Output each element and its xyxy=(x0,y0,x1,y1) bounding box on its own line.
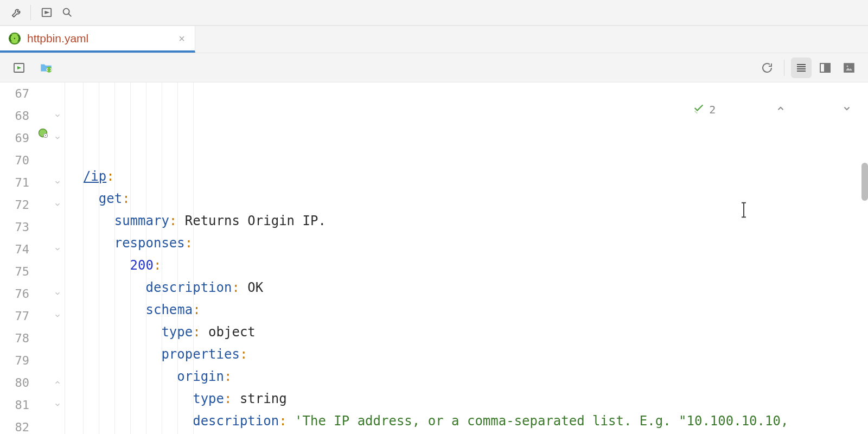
next-problem-icon[interactable] xyxy=(790,90,852,129)
code-line[interactable]: description: 'The IP address, or a comma… xyxy=(67,410,868,432)
main-toolbar xyxy=(0,0,868,26)
line-number: 67 xyxy=(0,82,29,105)
line-number: 73 xyxy=(0,216,29,238)
editor-tabs: {·} httpbin.yaml × xyxy=(0,26,868,53)
view-side-icon[interactable] xyxy=(815,58,835,78)
line-number-gutter: 67686970717273747576777879808182 xyxy=(0,82,35,434)
view-source-icon[interactable] xyxy=(791,58,812,78)
view-preview-icon[interactable] xyxy=(839,58,859,78)
line-number: 76 xyxy=(0,283,29,305)
code-line[interactable]: properties: xyxy=(67,343,868,366)
fold-toggle-icon[interactable] xyxy=(53,245,62,253)
line-number: 81 xyxy=(0,394,29,416)
wrench-icon[interactable] xyxy=(8,3,26,22)
svg-point-7 xyxy=(847,65,848,67)
swagger-file-icon: {·} xyxy=(9,33,21,44)
line-number: 79 xyxy=(0,349,29,372)
svg-rect-5 xyxy=(826,63,830,72)
code-line[interactable]: type: string xyxy=(67,388,868,410)
tab-label: httpbin.yaml xyxy=(27,32,88,45)
fold-gutter xyxy=(51,82,65,434)
code-editor[interactable]: 67686970717273747576777879808182 2 /ip: … xyxy=(0,82,868,434)
line-number: 80 xyxy=(0,372,29,394)
line-number: 82 xyxy=(0,416,29,434)
run-icon[interactable] xyxy=(9,58,29,78)
close-icon[interactable]: × xyxy=(178,33,185,44)
line-number: 75 xyxy=(0,260,29,283)
code-line[interactable] xyxy=(67,143,868,165)
svg-rect-6 xyxy=(844,63,854,72)
folder-swagger-icon[interactable] xyxy=(36,58,56,78)
line-number: 71 xyxy=(0,171,29,194)
line-number: 78 xyxy=(0,327,29,349)
toolbar-separator xyxy=(30,5,31,20)
line-number: 77 xyxy=(0,305,29,327)
fold-toggle-icon[interactable] xyxy=(53,133,62,142)
check-icon xyxy=(641,89,705,130)
prev-problem-icon[interactable] xyxy=(723,90,785,129)
code-line[interactable]: origin: xyxy=(67,366,868,388)
inspection-widget[interactable]: 2 xyxy=(641,89,852,130)
code-line[interactable]: type: object xyxy=(67,321,868,343)
fold-toggle-icon[interactable] xyxy=(53,311,62,320)
code-line[interactable]: 200: xyxy=(67,254,868,277)
scrollbar-thumb[interactable] xyxy=(861,163,868,201)
line-number: 74 xyxy=(0,238,29,260)
svg-rect-4 xyxy=(820,63,825,72)
tab-httpbin-yaml[interactable]: {·} httpbin.yaml × xyxy=(0,26,195,53)
svg-point-11 xyxy=(45,135,46,136)
inspection-count: 2 xyxy=(709,103,716,116)
refresh-icon[interactable] xyxy=(757,58,777,78)
search-icon[interactable] xyxy=(58,3,76,22)
svg-point-1 xyxy=(63,9,69,15)
fold-toggle-icon[interactable] xyxy=(53,200,62,209)
toolbar-separator xyxy=(784,60,784,76)
editor-toolbar xyxy=(0,53,868,82)
fold-toggle-icon[interactable] xyxy=(53,289,62,298)
text-caret xyxy=(684,183,749,240)
fold-toggle-icon[interactable] xyxy=(53,400,62,409)
fold-toggle-icon[interactable] xyxy=(53,111,62,120)
gutter-icons xyxy=(35,82,51,434)
endpoint-marker-icon[interactable] xyxy=(37,127,49,139)
line-number: 69 xyxy=(0,127,29,149)
run-config-icon[interactable] xyxy=(37,3,56,22)
code-line[interactable]: schema: xyxy=(67,299,868,321)
fold-toggle-icon[interactable] xyxy=(53,378,62,387)
line-number: 72 xyxy=(0,194,29,216)
code-line[interactable]: description: OK xyxy=(67,277,868,299)
code-body[interactable]: 2 /ip: get: summary: Returns Origin IP. … xyxy=(65,82,868,434)
line-number: 70 xyxy=(0,149,29,171)
fold-toggle-icon[interactable] xyxy=(53,178,62,187)
line-number: 68 xyxy=(0,105,29,127)
